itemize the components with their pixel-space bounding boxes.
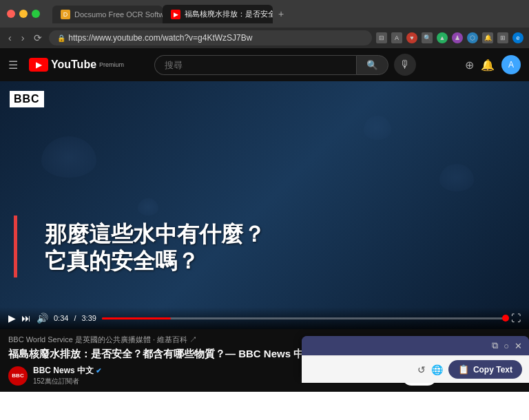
search-input[interactable] [154,55,356,75]
header-right-icons: ⊕ 🔔 A [465,55,521,74]
refresh-button[interactable]: ⟳ [31,31,45,45]
browser-chrome: D Docsumo Free OCR Software... ✕ ▶ 福島核廃水… [0,0,529,48]
tab-favicon-docsumo: D [61,10,70,19]
youtube-premium-label: Premium [99,61,124,68]
traffic-lights [7,10,40,18]
bbc-logo-text: BBC [14,93,40,105]
video-accent-bar [14,216,17,277]
browser-icon-ext4[interactable]: 🔔 [482,32,493,43]
time-total: 3:39 [81,314,96,322]
browser-icon-ext2[interactable]: ♟ [452,32,463,43]
hamburger-menu[interactable]: ☰ [8,59,18,72]
video-title-line2: 它真的安全嗎？ [45,248,265,274]
progress-bar[interactable] [102,317,506,319]
copy-text-button[interactable]: 📋 Copy Text [448,360,522,379]
tabs-bar: D Docsumo Free OCR Software... ✕ ▶ 福島核廃水… [45,4,522,23]
next-button[interactable]: ⏭ [21,313,31,324]
edge-icon[interactable]: e [512,32,523,43]
refresh-icon[interactable]: ↺ [417,364,426,375]
browser-icon-ext1[interactable]: ▲ [437,32,448,43]
jellyfish-2 [439,164,474,191]
play-button[interactable]: ▶ [8,313,16,324]
ocr-footer: ↺ 🌐 📋 Copy Text [302,355,529,383]
forward-button[interactable]: › [19,31,28,45]
ocr-panel: ⧉ ○ ✕ 那麼這些水中有什麼？它真的安全嗎？ 那麼這些水中有什麼？它真的安全嗎… [302,336,529,377]
jellyfish-4 [138,198,158,216]
youtube-logo-text: YouTube [51,59,96,71]
ocr-panel-header: ⧉ ○ ✕ [302,336,529,355]
fullscreen-traffic-light[interactable] [32,10,40,18]
tab-favicon-youtube: ▶ [171,10,180,19]
copy-icon: 📋 [458,364,469,375]
channel-logo[interactable]: BBC [8,366,28,386]
address-bar: ‹ › ⟳ 🔒 https://www.youtube.com/watch?v=… [0,28,529,48]
main-content: BBC 那麼這些水中有什麼？ 它真的安全嗎？ ▶ ⏭ 🔊 0:34 / 3:39… [0,81,529,377]
url-bar[interactable]: 🔒 https://www.youtube.com/watch?v=g4KtWz… [49,30,372,45]
tab-label-youtube: 福島核廃水排放：是否安全？都... [185,9,273,19]
browser-icon-1[interactable]: ⊟ [376,32,387,43]
close-icon[interactable]: ✕ [515,341,522,351]
channel-logo-text: BBC [12,372,23,379]
translate-icon[interactable]: 🌐 [431,364,443,375]
tab-docsumo[interactable]: D Docsumo Free OCR Software... ✕ [52,6,163,23]
video-background [0,81,529,329]
video-controls: ▶ ⏭ 🔊 0:34 / 3:39 ⛶ [0,307,529,329]
volume-button[interactable]: 🔊 [37,313,48,324]
tab-label-docsumo: Docsumo Free OCR Software... [74,10,163,19]
search-wrap: 🔍 🎙 [154,54,416,76]
youtube-logo[interactable]: ▶ YouTube Premium [29,58,124,72]
title-bar: D Docsumo Free OCR Software... ✕ ▶ 福島核廃水… [0,0,529,28]
copy-text-label: Copy Text [473,365,512,375]
progress-fill [102,317,171,319]
bell-icon[interactable]: 🔔 [481,59,495,72]
video-overlay-text: 那麼這些水中有什麼？ 它真的安全嗎？ [21,221,265,274]
search-button[interactable]: 🔍 [356,55,388,75]
minimize-icon[interactable]: ○ [504,341,509,351]
youtube-logo-icon: ▶ [29,58,48,72]
back-button[interactable]: ‹ [6,31,14,45]
lock-icon: 🔒 [57,34,65,42]
time-current: 0:34 [54,314,68,322]
minimize-traffic-light[interactable] [19,10,28,18]
browser-toolbar-icons: ⊟ A ♥ 🔍 ▲ ♟ ⬡ 🔔 ⊞ e [376,32,523,43]
time-separator: / [74,314,76,322]
bbc-logo: BBC [10,91,44,107]
browser-icon-3[interactable]: ♥ [406,32,417,43]
mic-button[interactable]: 🎙 [394,54,416,76]
url-text: https://www.youtube.com/watch?v=g4KtWzSJ… [68,33,252,43]
youtube-header: ☰ ▶ YouTube Premium 🔍 🎙 ⊕ 🔔 A [0,48,529,81]
youtube-play-icon: ▶ [36,60,42,70]
jellyfish-3 [364,116,391,140]
video-title-line1: 那麼這些水中有什麼？ [45,221,265,247]
browser-icon-ext5[interactable]: ⊞ [497,32,508,43]
close-traffic-light[interactable] [7,10,15,18]
video-player[interactable]: BBC 那麼這些水中有什麼？ 它真的安全嗎？ ▶ ⏭ 🔊 0:34 / 3:39… [0,81,529,329]
fullscreen-button[interactable]: ⛶ [511,313,521,324]
progress-dot [502,315,509,322]
external-link-icon[interactable]: ⧉ [492,340,498,351]
browser-icon-2[interactable]: A [391,32,402,43]
user-avatar[interactable]: A [501,55,521,74]
verified-icon: ✔ [96,367,101,375]
browser-icon-ext3[interactable]: ⬡ [467,32,478,43]
add-tab-button[interactable]: + [273,4,289,23]
create-icon[interactable]: ⊕ [465,59,474,72]
browser-icon-4[interactable]: 🔍 [422,32,433,43]
tab-youtube[interactable]: ▶ 福島核廃水排放：是否安全？都... ✕ [163,5,273,23]
